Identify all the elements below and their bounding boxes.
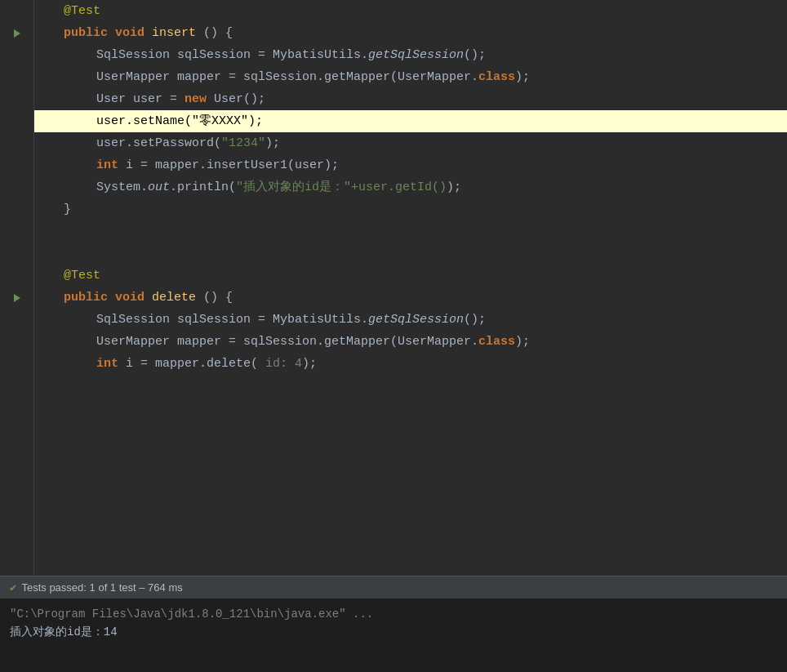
line-content: user.setName("零XXXX");: [96, 110, 263, 132]
empty-line: [34, 243, 787, 265]
svg-marker-1: [14, 294, 20, 302]
gutter: [0, 0, 34, 576]
line-content: SqlSession sqlSession = MybatisUtils.get…: [96, 44, 486, 66]
empty-line: [34, 375, 787, 397]
code-line: @Test: [34, 265, 787, 287]
code-content: @Test public void insert () { SqlSession…: [34, 0, 787, 576]
code-line: user.setPassword("1234");: [34, 132, 787, 154]
output-line-1: "C:\Program Files\Java\jdk1.8.0_121\bin\…: [10, 605, 777, 623]
method: insert: [152, 26, 196, 40]
tests-status: Tests passed: 1 of 1 test – 764 ms: [21, 581, 182, 594]
line-content: user.setPassword("1234");: [96, 132, 280, 154]
annotation-text: @Test: [64, 265, 100, 287]
line-content: UserMapper mapper = sqlSession.getMapper…: [96, 331, 530, 353]
keyword-type: int: [96, 357, 118, 371]
code-line: }: [34, 198, 787, 220]
code-line: public void insert () {: [34, 22, 787, 44]
line-content: SqlSession sqlSession = MybatisUtils.get…: [96, 309, 486, 331]
method: delete: [152, 291, 196, 305]
code-line: System.out.println("插入对象的id是："+user.getI…: [34, 176, 787, 198]
line-content: User user = new User();: [96, 88, 265, 110]
status-bar: ✔ Tests passed: 1 of 1 test – 764 ms: [0, 576, 787, 599]
run-delete-icon[interactable]: [0, 287, 33, 309]
code-line: UserMapper mapper = sqlSession.getMapper…: [34, 66, 787, 88]
empty-line: [34, 220, 787, 243]
code-line-highlighted: user.setName("零XXXX");: [34, 110, 787, 132]
tests-label: Tests passed:: [21, 581, 87, 594]
svg-marker-0: [14, 29, 20, 38]
annotation-span: @Test: [64, 269, 100, 283]
keyword-type: int: [96, 158, 118, 172]
code-line: UserMapper mapper = sqlSession.getMapper…: [34, 331, 787, 353]
line-content: public void insert () {: [64, 22, 233, 44]
code-editor: @Test public void insert () { SqlSession…: [0, 0, 787, 576]
code-line: User user = new User();: [34, 88, 787, 110]
line-content: int i = mapper.insertUser1(user);: [96, 154, 339, 176]
code-line: int i = mapper.delete( id: 4);: [34, 353, 787, 375]
code-line: SqlSession sqlSession = MybatisUtils.get…: [34, 44, 787, 66]
keyword: void: [115, 291, 145, 305]
output-line-2: 插入对象的id是：14: [10, 623, 777, 641]
code-line: SqlSession sqlSession = MybatisUtils.get…: [34, 309, 787, 331]
output-area: "C:\Program Files\Java\jdk1.8.0_121\bin\…: [0, 599, 787, 672]
line-content: UserMapper mapper = sqlSession.getMapper…: [96, 66, 530, 88]
tests-count: 1 of 1 test: [90, 581, 136, 594]
line-content: public void delete () {: [64, 287, 233, 309]
line-content: }: [64, 198, 71, 220]
run-insert-icon[interactable]: [0, 22, 33, 44]
tests-time: – 764 ms: [139, 581, 182, 594]
line-content: System.out.println("插入对象的id是："+user.getI…: [96, 176, 461, 198]
line-content: int i = mapper.delete( id: 4);: [96, 353, 317, 375]
keyword: void: [115, 26, 145, 40]
keyword: public: [64, 291, 108, 305]
annotation-text: @Test: [64, 0, 100, 22]
annotation-span: @Test: [64, 4, 100, 18]
code-line: int i = mapper.insertUser1(user);: [34, 154, 787, 176]
code-line: @Test: [34, 0, 787, 22]
param-hint: id: 4: [265, 357, 302, 371]
keyword: public: [64, 26, 108, 40]
code-line: public void delete () {: [34, 287, 787, 309]
check-icon: ✔: [10, 581, 16, 594]
